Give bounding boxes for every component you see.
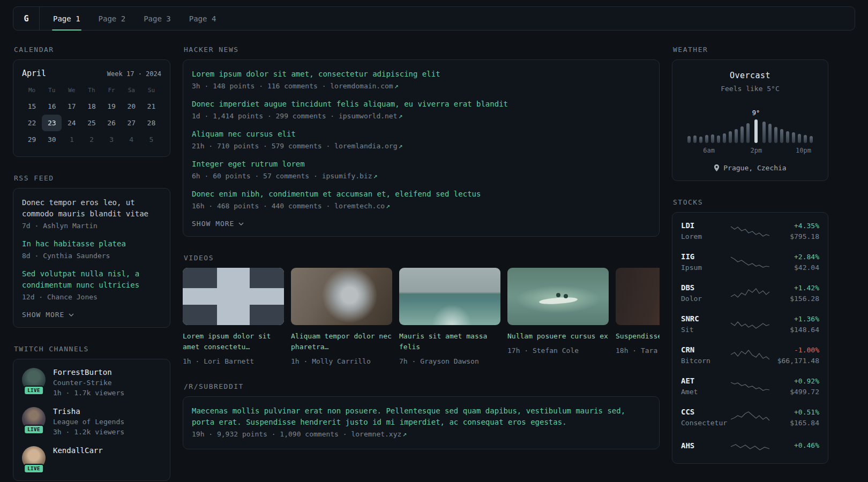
- hn-domain-link[interactable]: loremdomain.com↗: [330, 82, 398, 90]
- post-title[interactable]: Maecenas mollis pulvinar erat non posuer…: [192, 405, 650, 428]
- post-domain-link[interactable]: loremnet.xyz↗: [351, 430, 407, 438]
- weather-bar-column: [717, 135, 720, 143]
- rss-section-label: RSS FEED: [14, 174, 170, 182]
- video-card[interactable]: Nullam posuere cursus ex 17h · Stefan Co…: [507, 268, 609, 365]
- stock-right: +0.46%: [770, 441, 819, 452]
- rss-item-title[interactable]: In hac habitasse platea: [22, 238, 161, 250]
- channel-name[interactable]: Trisha: [53, 407, 124, 416]
- weather-time-label: 6am: [703, 147, 715, 154]
- video-title[interactable]: Mauris sit amet massa felis: [399, 331, 500, 352]
- tab[interactable]: Page 4: [180, 7, 226, 30]
- chevron-down-icon: [69, 313, 74, 317]
- stock-row[interactable]: AHS +0.46%: [681, 439, 819, 455]
- stock-name: Dolor: [681, 295, 730, 303]
- rss-item-title[interactable]: Sed volutpat nulla nisl, a condimentum n…: [22, 268, 161, 291]
- hn-item-title[interactable]: Lorem ipsum dolor sit amet, consectetur …: [192, 69, 650, 80]
- stock-row[interactable]: DBS Dolor +1.42% $156.28: [681, 283, 819, 303]
- day-of-week-label: Th: [81, 85, 101, 98]
- stock-price: $795.18: [770, 232, 819, 240]
- hn-show-more-button[interactable]: SHOW MORE: [192, 220, 244, 228]
- video-title[interactable]: Lorem ipsum dolor sit amet consectetu…: [183, 331, 284, 352]
- stock-row[interactable]: IIG Ipsum +2.84% $42.04: [681, 252, 819, 272]
- tab[interactable]: Page 3: [134, 7, 180, 30]
- rss-item-title[interactable]: Donec tempor eros leo, ut commodo mauris…: [22, 197, 161, 220]
- stock-sparkline: [730, 223, 770, 239]
- channel-info: KendallCarr: [53, 446, 103, 457]
- video-meta: 1h · Lori Barnett: [183, 357, 284, 365]
- stock-row[interactable]: CCS Consectetur +0.51% $165.84: [681, 408, 819, 427]
- calendar-day: 22: [22, 115, 42, 131]
- stock-row[interactable]: CRN Bitcorn -1.00% $66,171.48: [681, 345, 819, 365]
- stock-row[interactable]: LDI Lorem +4.35% $795.18: [681, 221, 819, 240]
- video-thumbnail[interactable]: [183, 268, 284, 325]
- channel-name[interactable]: ForrestBurton: [53, 368, 124, 376]
- video-title[interactable]: Nullam posuere cursus ex: [507, 331, 609, 342]
- videos-widget: VIDEOS Lorem ipsum dolor sit amet consec…: [183, 254, 660, 365]
- hn-list: Lorem ipsum dolor sit amet, consectetur …: [192, 69, 650, 210]
- video-thumbnail[interactable]: [399, 268, 500, 325]
- stock-symbol: CCS: [681, 408, 730, 416]
- calendar-day: 24: [62, 115, 81, 131]
- stock-name: Consectetur: [681, 419, 730, 427]
- stock-row[interactable]: SNRC Sit +1.36% $148.64: [681, 314, 819, 334]
- hn-domain-link[interactable]: loremlandia.org↗: [334, 142, 402, 150]
- twitch-channel[interactable]: LIVE Trisha League of Legends 3h · 1.2k …: [22, 407, 161, 436]
- video-meta: 1h · Molly Carrillo: [291, 357, 392, 365]
- video-card[interactable]: Aliquam tempor dolor nec pharetra… 1h · …: [291, 268, 392, 365]
- hn-domain-link[interactable]: loremtech.co↗: [334, 202, 390, 210]
- stocks-list: LDI Lorem +4.35% $795.18: [681, 221, 819, 455]
- video-thumbnail[interactable]: [616, 268, 660, 325]
- stock-row[interactable]: AET Amet +0.92% $499.72: [681, 376, 819, 396]
- hn-item: Donec imperdiet augue tincidunt felis al…: [192, 99, 650, 120]
- hn-domain-link[interactable]: ipsumworld.net↗: [339, 112, 402, 120]
- twitch-widget: TWITCH CHANNELS LIVE ForrestBurton Count…: [13, 345, 170, 481]
- weather-bar: [729, 131, 732, 143]
- calendar-header: April Week 17 · 2024: [22, 69, 161, 78]
- weather-bar-column: [693, 135, 697, 143]
- rss-show-more-button[interactable]: SHOW MORE: [22, 311, 74, 319]
- video-thumbnail[interactable]: [507, 268, 609, 325]
- calendar-day: 2: [81, 131, 101, 148]
- hn-domain-link[interactable]: ipsumify.biz↗: [322, 172, 378, 180]
- dashboard: CALENDAR April Week 17 · 2024 MoTuWeThFr…: [0, 31, 868, 481]
- stock-change: +4.35%: [770, 222, 819, 230]
- video-card[interactable]: Suspendisse diam 18h · Tara: [616, 268, 660, 365]
- weather-bar-column: [729, 131, 732, 143]
- channel-name[interactable]: KendallCarr: [53, 446, 103, 455]
- calendar-day: 28: [141, 115, 161, 131]
- calendar-day: 27: [122, 115, 141, 131]
- video-title[interactable]: Suspendisse diam: [616, 331, 660, 342]
- hn-item-title[interactable]: Donec imperdiet augue tincidunt felis al…: [192, 99, 650, 110]
- rss-widget: RSS FEED Donec tempor eros leo, ut commo…: [13, 174, 170, 328]
- calendar-day: 23: [42, 115, 62, 131]
- hn-item-title[interactable]: Donec enim nibh, condimentum et accumsan…: [192, 189, 650, 200]
- weather-bar-column: [711, 134, 714, 143]
- video-title[interactable]: Aliquam tempor dolor nec pharetra…: [291, 331, 392, 352]
- hn-item-title[interactable]: Aliquam nec cursus elit: [192, 129, 650, 140]
- weather-time-label: 10pm: [796, 147, 811, 154]
- calendar-day: 15: [22, 98, 42, 115]
- hn-item-title[interactable]: Integer eget rutrum lorem: [192, 159, 650, 170]
- day-of-week-label: We: [62, 85, 81, 98]
- weather-bar-column: [774, 127, 777, 143]
- stock-left: AHS: [681, 441, 730, 453]
- hn-item-meta: 3h · 148 points · 116 comments · loremdo…: [192, 82, 650, 90]
- stocks-card: LDI Lorem +4.35% $795.18: [672, 212, 828, 464]
- video-card[interactable]: Lorem ipsum dolor sit amet consectetu… 1…: [183, 268, 284, 365]
- subreddit-card: Maecenas mollis pulvinar erat non posuer…: [183, 396, 660, 449]
- tab[interactable]: Page 1: [44, 7, 89, 30]
- video-thumbnail[interactable]: [291, 268, 392, 325]
- stock-sparkline: [730, 316, 770, 332]
- twitch-channel[interactable]: LIVE KendallCarr: [22, 446, 161, 470]
- twitch-channel[interactable]: LIVE ForrestBurton Counter-Strike 1h · 1…: [22, 368, 161, 397]
- logo[interactable]: G: [13, 7, 40, 30]
- weather-bar: [780, 129, 783, 143]
- stock-price: $42.04: [770, 263, 819, 272]
- stock-change: +2.84%: [770, 253, 819, 261]
- weather-bar: [735, 129, 738, 143]
- tab[interactable]: Page 2: [89, 7, 135, 30]
- middle-column: HACKER NEWS Lorem ipsum dolor sit amet, …: [183, 46, 660, 449]
- weather-time-labels: 6am2pm10pm: [690, 147, 811, 155]
- weather-bar-column: [705, 135, 708, 143]
- video-card[interactable]: Mauris sit amet massa felis 7h · Grayson…: [399, 268, 500, 365]
